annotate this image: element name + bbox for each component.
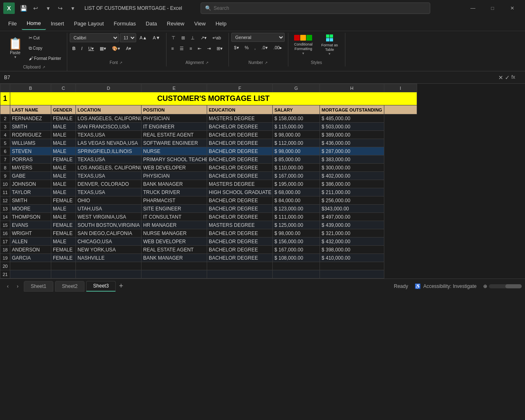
cell-9-0[interactable]: GABE xyxy=(10,172,51,180)
cell-7-6[interactable]: $ 383,000.00 xyxy=(320,155,384,164)
menu-item-formulas[interactable]: Formulas xyxy=(109,18,141,30)
align-left-button[interactable]: ≡ xyxy=(169,43,176,53)
decrease-decimal-button[interactable]: .0▾ xyxy=(259,43,270,52)
cell-11-0[interactable]: TAYLOR xyxy=(10,188,51,196)
cell-16-5[interactable]: $ 98,000.00 xyxy=(273,229,320,237)
row-number[interactable]: 4 xyxy=(0,131,10,139)
cell-6-0[interactable]: STEVEN xyxy=(10,147,51,155)
cell-5-4[interactable]: BACHELOR DEGREE xyxy=(207,139,273,147)
col-header-f[interactable]: F xyxy=(207,84,273,92)
cell-17-6[interactable]: $ 432,000.00 xyxy=(320,237,384,246)
decrease-indent-button[interactable]: ⇤ xyxy=(195,43,204,53)
cell-8-2[interactable]: LOS ANGELES, CALIFORNIA xyxy=(76,164,142,172)
row-number[interactable]: 21 xyxy=(0,270,10,278)
orientation-button[interactable]: ↗▾ xyxy=(198,33,209,43)
col-header-h[interactable]: H xyxy=(320,84,384,92)
cell-6-1[interactable]: MALE xyxy=(51,147,76,155)
cell-10-1[interactable]: MALE xyxy=(51,180,76,188)
nav-left-button[interactable]: ‹ xyxy=(3,282,12,291)
cell-8-3[interactable]: WEB DEVELOPER xyxy=(142,164,207,172)
cell-3-3[interactable]: IT ENGINEER xyxy=(142,123,207,131)
confirm-formula-icon[interactable]: ✓ xyxy=(505,74,510,81)
spreadsheet-title[interactable]: CUSTOMER'S MORTGAGE LIST xyxy=(10,92,417,105)
cell-9-4[interactable]: BACHELOR DEGREE xyxy=(207,172,273,180)
quick-save-icon[interactable]: 💾 xyxy=(18,3,29,14)
cell-11-3[interactable]: TRUCK DRIVER xyxy=(142,188,207,196)
undo-arrow-icon[interactable]: ▾ xyxy=(43,3,53,14)
cell-20-5[interactable] xyxy=(273,262,320,270)
cell-17-2[interactable]: CHICAGO,USA xyxy=(76,237,142,246)
minimize-button[interactable]: — xyxy=(463,2,482,14)
row-number[interactable]: 13 xyxy=(0,205,10,213)
row-number[interactable]: 15 xyxy=(0,221,10,229)
row-number[interactable]: 8 xyxy=(0,164,10,172)
increase-indent-button[interactable]: ⇥ xyxy=(205,43,213,53)
merge-button[interactable]: ⊞▾ xyxy=(214,43,225,53)
cell-15-4[interactable]: MASTERS DEGREE xyxy=(207,221,273,229)
close-button[interactable]: ✕ xyxy=(503,2,522,14)
cell-7-1[interactable]: FEMALE xyxy=(51,155,76,164)
cell-14-0[interactable]: THOMPSON xyxy=(10,213,51,221)
col-header-g[interactable]: G xyxy=(273,84,320,92)
scroll-left-icon[interactable]: ⊕ xyxy=(483,283,487,289)
cell-12-3[interactable]: PHARMACIST xyxy=(142,196,207,205)
col-header-5[interactable]: SALARY xyxy=(273,105,320,114)
increase-font-button[interactable]: A▲ xyxy=(137,33,149,43)
cell-19-1[interactable]: FEMALE xyxy=(51,254,76,262)
cell-14-1[interactable]: MALE xyxy=(51,213,76,221)
redo-icon[interactable]: ↪ xyxy=(55,3,66,14)
cell-12-5[interactable]: $ 84,000.00 xyxy=(273,196,320,205)
cell-4-5[interactable]: $ 98,000.00 xyxy=(273,131,320,139)
add-sheet-button[interactable]: + xyxy=(116,282,126,291)
cell-21-6[interactable] xyxy=(320,270,384,278)
cell-8-4[interactable]: BACHELOR DEGREE xyxy=(207,164,273,172)
formula-input[interactable] xyxy=(517,73,523,82)
cell-11-2[interactable]: TEXAS,USA xyxy=(76,188,142,196)
cell-11-1[interactable]: MALE xyxy=(51,188,76,196)
row-header[interactable] xyxy=(0,105,10,114)
cut-button[interactable]: ✂Cut xyxy=(26,33,64,43)
search-bar[interactable]: 🔍 xyxy=(201,2,430,14)
cell-20-4[interactable] xyxy=(207,262,273,270)
cell-2-6[interactable]: $ 485,000.00 xyxy=(320,114,384,123)
cell-13-1[interactable]: MALE xyxy=(51,205,76,213)
conditional-formatting-button[interactable]: Conditional Formatting ▾ xyxy=(291,33,315,57)
cell-11-5[interactable]: $ 68,000.00 xyxy=(273,188,320,196)
cell-21-2[interactable] xyxy=(76,270,142,278)
menu-item-file[interactable]: File xyxy=(3,18,22,30)
row-number[interactable]: 7 xyxy=(0,155,10,164)
cell-2-5[interactable]: $ 158,000.00 xyxy=(273,114,320,123)
underline-button[interactable]: U▾ xyxy=(86,43,96,53)
cell-9-3[interactable]: PHYSICIAN xyxy=(142,172,207,180)
cell-8-1[interactable]: MALE xyxy=(51,164,76,172)
cell-3-5[interactable]: $ 115,000.00 xyxy=(273,123,320,131)
cell-10-0[interactable]: JOHNSON xyxy=(10,180,51,188)
cell-6-3[interactable]: NURSE xyxy=(142,147,207,155)
row-number[interactable]: 11 xyxy=(0,188,10,196)
format-table-button[interactable]: Format as Table ▾ xyxy=(317,33,342,57)
search-input[interactable] xyxy=(214,5,426,11)
cell-9-6[interactable]: $ 402,000.00 xyxy=(320,172,384,180)
cell-17-4[interactable]: BACHELOR DEGREE xyxy=(207,237,273,246)
customize-qat-icon[interactable]: ▾ xyxy=(67,3,78,14)
cell-10-2[interactable]: DENVER, COLORADO xyxy=(76,180,142,188)
row-number[interactable]: 9 xyxy=(0,172,10,180)
col-header-6[interactable]: MORTGAGE OUTSTANDING xyxy=(320,105,384,114)
cell-3-2[interactable]: SAN FRANCISCO,USA xyxy=(76,123,142,131)
row-number[interactable]: 6 xyxy=(0,147,10,155)
cell-18-3[interactable]: REAL ESTATE AGENT xyxy=(142,246,207,254)
font-color-button[interactable]: A▾ xyxy=(123,43,134,53)
cell-18-5[interactable]: $ 167,000.00 xyxy=(273,246,320,254)
align-center-button[interactable]: ☰ xyxy=(177,43,186,53)
sheet-tab-sheet1[interactable]: Sheet1 xyxy=(24,281,53,292)
row-number[interactable]: 5 xyxy=(0,139,10,147)
cell-21-3[interactable] xyxy=(142,270,207,278)
cell-19-0[interactable]: GARCIA xyxy=(10,254,51,262)
menu-item-data[interactable]: Data xyxy=(141,18,162,30)
cell-18-4[interactable]: BACHELOR DEGREE xyxy=(207,246,273,254)
row-number[interactable]: 12 xyxy=(0,196,10,205)
cell-5-5[interactable]: $ 112,000.00 xyxy=(273,139,320,147)
cell-16-1[interactable]: FEMALE xyxy=(51,229,76,237)
cell-4-3[interactable]: REAL ESTATE AGENT xyxy=(142,131,207,139)
cell-10-5[interactable]: $ 195,000.00 xyxy=(273,180,320,188)
